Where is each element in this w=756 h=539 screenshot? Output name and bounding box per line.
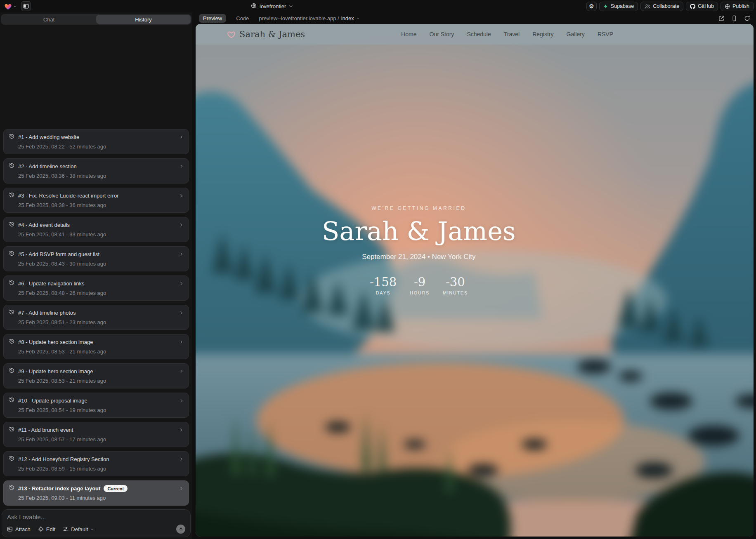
project-name: lovefrontier	[260, 3, 286, 9]
tab-preview[interactable]: Preview	[199, 14, 226, 23]
history-item-current[interactable]: #13 - Refactor index page layout Current…	[3, 480, 189, 506]
gear-icon: ⚙	[589, 3, 594, 9]
globe-icon	[725, 4, 730, 9]
chevron-right-icon	[179, 340, 184, 344]
history-item[interactable]: #2 - Add timeline section 25 Feb 2025, 0…	[3, 158, 189, 184]
mobile-view-icon[interactable]	[731, 15, 737, 21]
chevron-right-icon	[179, 457, 184, 461]
project-selector[interactable]: lovefrontier	[251, 0, 293, 12]
send-button[interactable]	[176, 525, 185, 534]
history-item[interactable]: #3 - Fix: Resolve Lucide-react import er…	[3, 188, 189, 213]
history-icon	[9, 250, 15, 258]
history-item[interactable]: #1 - Add wedding website 25 Feb 2025, 08…	[3, 129, 189, 154]
settings-button[interactable]: ⚙	[586, 2, 597, 11]
chevron-down-icon	[289, 3, 293, 9]
current-badge: Current	[104, 485, 128, 492]
countdown-days: -158 DAYS	[370, 275, 397, 295]
nav-travel[interactable]: Travel	[504, 31, 520, 38]
history-icon	[9, 455, 15, 463]
site-header: Sarah & James Home Our Story Schedule Tr…	[196, 24, 754, 45]
history-icon	[9, 485, 15, 492]
attach-button[interactable]: Attach	[7, 526, 31, 532]
history-icon	[9, 338, 15, 346]
history-icon	[9, 309, 15, 317]
target-icon	[38, 526, 44, 532]
hero-date-location: September 21, 2024 • New York City	[322, 253, 516, 261]
history-item[interactable]: #7 - Add timeline photos 25 Feb 2025, 08…	[3, 305, 189, 330]
chevron-right-icon	[179, 428, 184, 432]
globe-icon	[251, 3, 257, 10]
preview-topbar: Preview Code preview--lovefrontier.lovab…	[196, 12, 754, 24]
history-item[interactable]: #12 - Add Honeyfund Registry Section 25 …	[3, 451, 189, 476]
history-item[interactable]: #11 - Add brunch event 25 Feb 2025, 08:5…	[3, 422, 189, 447]
hero-title: Sarah & James	[322, 216, 516, 246]
countdown-minutes: -30 MINUTES	[443, 275, 468, 295]
history-item[interactable]: #4 - Add event details 25 Feb 2025, 08:4…	[3, 217, 189, 242]
site-brand[interactable]: Sarah & James	[227, 29, 305, 39]
heart-outline-icon	[227, 31, 236, 38]
nav-home[interactable]: Home	[401, 31, 416, 38]
nav-gallery[interactable]: Gallery	[567, 31, 585, 38]
history-icon	[9, 192, 15, 200]
countdown-hours: -9 HOURS	[410, 275, 430, 295]
prompt-composer: Attach Edit Default	[2, 509, 191, 537]
lovable-heart-icon	[4, 3, 12, 10]
sidebar-tabs: Chat History	[1, 14, 191, 25]
nav-registry[interactable]: Registry	[532, 31, 553, 38]
preview-panel: Preview Code preview--lovefrontier.lovab…	[192, 12, 756, 539]
chevron-right-icon	[179, 193, 184, 198]
edit-select-button[interactable]: Edit	[38, 526, 55, 532]
site-nav: Home Our Story Schedule Travel Registry …	[401, 31, 613, 38]
chat-history-sidebar: Chat History #1 - Add wedding website 25…	[0, 12, 192, 539]
chevron-right-icon	[179, 135, 184, 139]
chevron-down-icon	[90, 527, 94, 531]
chevron-right-icon	[179, 281, 184, 286]
chevron-right-icon	[179, 398, 184, 403]
history-icon	[9, 133, 15, 141]
history-icon	[9, 162, 15, 170]
supabase-button[interactable]: Supabase	[599, 2, 638, 11]
hero-section: WE'RE GETTING MARRIED Sarah & James Sept…	[322, 205, 516, 295]
collaborate-button[interactable]: Collaborate	[640, 2, 683, 11]
tab-chat[interactable]: Chat	[2, 15, 96, 24]
history-icon	[9, 397, 15, 405]
prompt-input[interactable]	[7, 513, 185, 520]
nav-our-story[interactable]: Our Story	[429, 31, 454, 38]
nav-rsvp[interactable]: RSVP	[598, 31, 613, 38]
attach-image-icon	[7, 526, 13, 532]
sliders-icon	[63, 526, 69, 532]
chevron-right-icon	[179, 164, 184, 169]
history-item[interactable]: #10 - Update proposal image 25 Feb 2025,…	[3, 393, 189, 418]
chevron-right-icon	[179, 311, 184, 315]
nav-schedule[interactable]: Schedule	[467, 31, 491, 38]
chevron-right-icon	[179, 252, 184, 257]
history-item[interactable]: #9 - Update hero section image 25 Feb 20…	[3, 363, 189, 388]
chevron-right-icon	[179, 369, 184, 374]
supabase-icon	[603, 4, 608, 9]
countdown: -158 DAYS -9 HOURS -30 MINUTES	[322, 275, 516, 295]
open-external-icon[interactable]	[718, 15, 725, 21]
site-preview: Sarah & James Home Our Story Schedule Tr…	[196, 24, 754, 537]
tab-code[interactable]: Code	[232, 14, 253, 23]
refresh-icon[interactable]	[744, 15, 750, 21]
chevron-down-icon	[356, 16, 360, 20]
preview-url[interactable]: preview--lovefrontier.lovable.app / inde…	[259, 15, 359, 21]
mode-selector[interactable]: Default	[63, 526, 94, 532]
github-icon	[690, 4, 695, 9]
history-icon	[9, 426, 15, 434]
publish-button[interactable]: Publish	[721, 2, 754, 11]
lovable-logo-menu[interactable]	[2, 2, 19, 11]
history-icon	[9, 367, 15, 375]
sidebar-toggle-button[interactable]	[21, 1, 31, 11]
users-icon	[645, 4, 650, 9]
tab-history[interactable]: History	[96, 15, 191, 24]
chevron-right-icon	[179, 486, 184, 491]
history-icon	[9, 221, 15, 229]
history-icon	[9, 280, 15, 287]
app-topbar: lovefrontier ⚙ Supabase Collaborate GitH…	[0, 0, 756, 12]
history-item[interactable]: #6 - Update navigation links 25 Feb 2025…	[3, 275, 189, 301]
hero-eyebrow: WE'RE GETTING MARRIED	[322, 205, 516, 211]
github-button[interactable]: GitHub	[686, 2, 718, 11]
history-item[interactable]: #8 - Update hero section image 25 Feb 20…	[3, 334, 189, 359]
history-item[interactable]: #5 - Add RSVP form and guest list 25 Feb…	[3, 246, 189, 271]
